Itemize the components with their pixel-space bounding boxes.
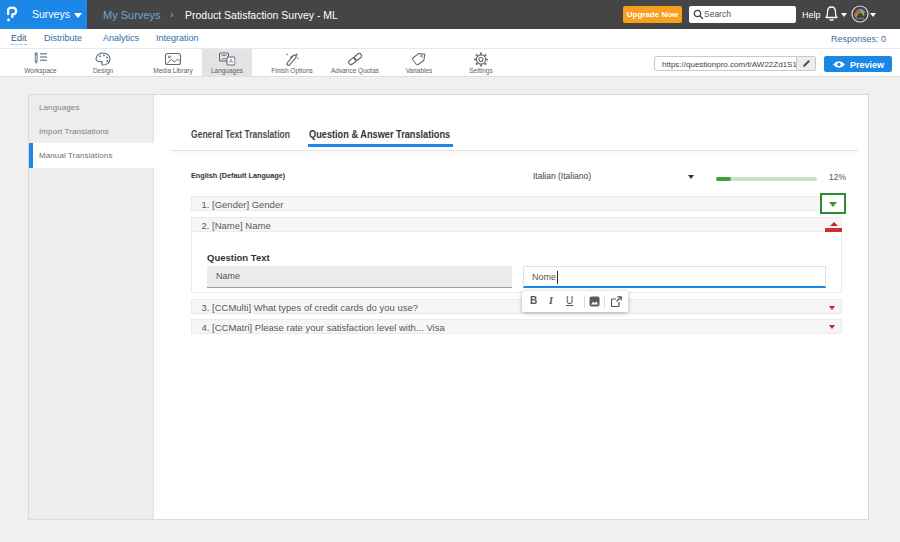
svg-text:A: A <box>229 58 233 64</box>
